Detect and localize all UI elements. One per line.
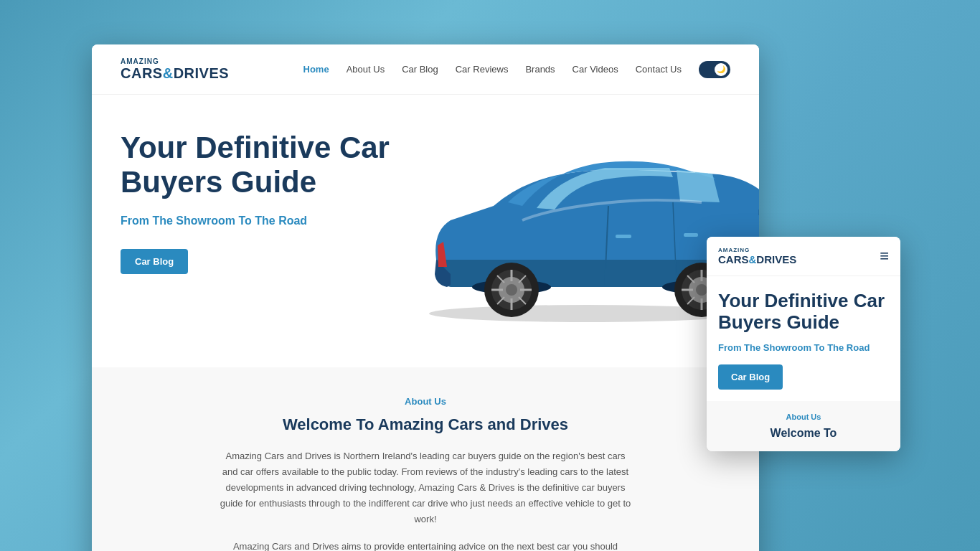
mobile-logo-drives: DRIVES [756,253,796,265]
mobile-hero-subtitle: From The Showroom To The Road [718,342,889,353]
toggle-moon-icon: 🌙 [715,63,727,76]
nav-links: Home About Us Car Blog Car Reviews Brand… [303,64,682,75]
nav-brands[interactable]: Brands [525,64,555,75]
about-paragraph-1: Amazing Cars and Drives is Northern Irel… [217,448,633,527]
about-paragraph-2: Amazing Cars and Drives aims to provide … [217,539,633,551]
logo: AMAZING CARS&DRIVES [121,57,229,81]
hamburger-menu-icon[interactable]: ≡ [880,247,889,265]
svg-point-23 [506,284,517,296]
nav-car-videos[interactable]: Car Videos [573,64,618,75]
about-section: About Us Welcome To Amazing Cars and Dri… [92,367,759,551]
hero-subtitle: From The Showroom To The Road [121,215,393,227]
mobile-logo-cars: CARS [718,253,749,265]
about-title: Welcome To Amazing Cars and Drives [135,415,716,434]
nav-car-blog[interactable]: Car Blog [402,64,438,75]
logo-small: AMAZING [121,57,229,65]
svg-point-11 [696,284,707,296]
logo-cars: CARS [121,65,163,81]
mobile-hero-cta-button[interactable]: Car Blog [718,364,783,390]
nav-about[interactable]: About Us [347,64,385,75]
mobile-hero: Your Definitive Car Buyers Guide From Th… [707,276,900,401]
dark-mode-toggle[interactable]: 🌙 [699,61,730,78]
mobile-logo: AMAZING CARS&DRIVES [718,247,880,265]
svg-rect-3 [616,235,631,238]
nav-home[interactable]: Home [303,64,329,75]
logo-main: CARS&DRIVES [121,65,229,81]
nav-contact-us[interactable]: Contact Us [636,64,682,75]
mobile-about-title: Welcome To [718,427,889,440]
car-svg: ★ CARS&DRIVES [393,102,759,324]
car-image: ★ CARS&DRIVES [393,102,759,327]
hero-title: Your Definitive Car Buyers Guide [121,131,393,200]
navbar: AMAZING CARS&DRIVES Home About Us Car Bl… [92,44,759,95]
mobile-navbar: AMAZING CARS&DRIVES ≡ [707,237,900,276]
hero-text: Your Definitive Car Buyers Guide From Th… [121,131,393,274]
logo-amp: & [163,65,174,81]
logo-drives: DRIVES [174,65,229,81]
mobile-window: AMAZING CARS&DRIVES ≡ Your Definitive Ca… [707,237,900,451]
svg-rect-4 [684,233,698,237]
hero-section: Your Definitive Car Buyers Guide From Th… [92,95,759,367]
desktop-window: AMAZING CARS&DRIVES Home About Us Car Bl… [92,44,759,551]
about-label: About Us [135,396,716,407]
mobile-hero-title: Your Definitive Car Buyers Guide [718,291,889,334]
hero-cta-button[interactable]: Car Blog [121,249,188,274]
mobile-logo-main: CARS&DRIVES [718,253,880,265]
mobile-about-label: About Us [718,413,889,421]
mobile-logo-small: AMAZING [718,247,880,253]
mobile-logo-amp: & [749,253,757,265]
nav-car-reviews[interactable]: Car Reviews [456,64,509,75]
mobile-about-section: About Us Welcome To [707,401,900,451]
